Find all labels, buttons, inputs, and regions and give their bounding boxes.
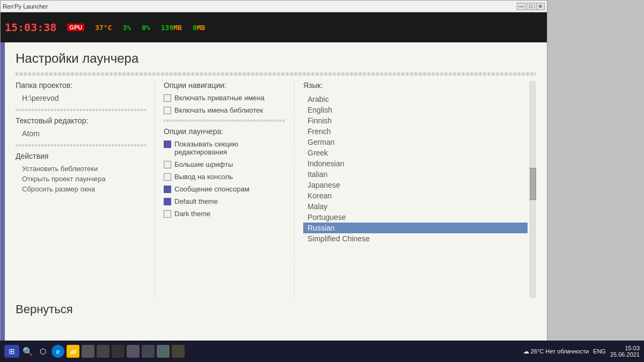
divider-2	[16, 144, 146, 146]
checkbox-show-edit[interactable]	[164, 141, 171, 148]
action-reset-size[interactable]: Сбросить размер окна	[22, 185, 146, 193]
maximize-button[interactable]: □	[526, 3, 535, 10]
action-open-project[interactable]: Открыть проект лаунчера	[22, 175, 146, 183]
page-title: Настройки лаунчера	[16, 51, 536, 66]
gpu-label: GPU	[67, 24, 84, 31]
close-button[interactable]: ✕	[536, 3, 545, 10]
taskbar-date: 25.06.2021	[610, 351, 640, 358]
actions-label: Действия	[16, 152, 146, 160]
right-column: Язык: Arabic English Finnish French Germ…	[295, 81, 536, 298]
taskbar-explorer[interactable]: 📁	[67, 345, 79, 358]
scrollbar-thumb[interactable]	[530, 168, 536, 200]
checkbox-label-private-names: Включать приватные имена	[174, 94, 265, 102]
editor-value: Atom	[22, 129, 146, 138]
lang-japanese[interactable]: Japanese	[303, 180, 528, 190]
gpu-mem-load: 0%	[142, 24, 150, 32]
nav-option-0[interactable]: Включать приватные имена	[164, 94, 286, 102]
checkbox-private-names[interactable]	[164, 94, 171, 102]
lang-finnish[interactable]: Finnish	[303, 115, 528, 126]
editor-label: Текстовый редактор:	[16, 116, 146, 125]
checkbox-label-show-edit: Показывать секцию редактирования	[174, 140, 286, 156]
checkbox-label-console-output: Вывод на консоль	[174, 173, 233, 181]
taskbar-left: ⊞ 🔍 ⬡ e 📁	[0, 345, 189, 358]
settings-columns: Папка проектов: H:\perevod Текстовый ред…	[16, 81, 536, 298]
back-link[interactable]: Вернуться	[16, 302, 536, 316]
lang-english[interactable]: English	[303, 105, 528, 115]
divider-1	[16, 109, 146, 111]
launcher-options-label: Опции лаунчера:	[164, 127, 286, 136]
taskbar-right: ☁ 26°C Нет облачности ENG 15:03 25.06.20…	[519, 345, 644, 358]
main-content: Настройки лаунчера Папка проектов: H:\pe…	[1, 42, 547, 341]
lang-french[interactable]: French	[303, 126, 528, 137]
launcher-option-1[interactable]: Большие шрифты	[164, 160, 286, 168]
window-controls: — □ ✕	[517, 3, 545, 10]
mid-column: Опции навигации: Включать приватные имен…	[155, 81, 295, 298]
taskbar-app2[interactable]	[97, 345, 109, 358]
checkbox-console-output[interactable]	[164, 173, 171, 181]
taskbar-edge[interactable]: e	[52, 345, 64, 358]
lang-malay[interactable]: Malay	[303, 201, 528, 212]
lang-russian[interactable]: Russian	[303, 223, 528, 233]
checkbox-sponsor-msg[interactable]	[164, 186, 171, 193]
launcher-option-2[interactable]: Вывод на консоль	[164, 173, 286, 181]
start-button[interactable]: ⊞	[4, 345, 19, 358]
lang-indonesian[interactable]: Indonesian	[303, 158, 528, 169]
nav-options-label: Опции навигации:	[164, 81, 286, 90]
minimize-button[interactable]: —	[517, 3, 525, 10]
checkbox-label-dark-theme: Dark theme	[174, 210, 210, 218]
checkbox-label-large-fonts: Большие шрифты	[174, 160, 233, 168]
checkbox-large-fonts[interactable]	[164, 161, 171, 168]
projects-section: Папка проектов: H:\perevod	[16, 81, 146, 102]
top-bar: 15:03:38 GPU 37°C 3% 0% 139MB 0MB	[1, 12, 547, 42]
window-title: Ren'Py Launcher	[3, 3, 48, 10]
checkbox-default-theme[interactable]	[164, 198, 171, 205]
lang-italian[interactable]: Italian	[303, 169, 528, 180]
taskbar-search[interactable]: 🔍	[21, 345, 34, 358]
taskbar-weather: ☁ 26°C Нет облачности	[523, 348, 589, 355]
checkbox-label-sponsor-msg: Сообщение спонсорам	[174, 185, 250, 193]
checkbox-label-default-theme: Default theme	[174, 197, 218, 205]
launcher-option-4[interactable]: Default theme	[164, 197, 286, 205]
main-window: Ren'Py Launcher — □ ✕ 15:03:38 GPU 37°C …	[0, 0, 547, 341]
scrollbar-track[interactable]	[530, 81, 536, 298]
top-divider	[16, 72, 536, 76]
launcher-option-3[interactable]: Сообщение спонсорам	[164, 185, 286, 193]
launcher-option-5[interactable]: Dark theme	[164, 210, 286, 218]
gpu-mem-used: 139MB	[161, 24, 182, 32]
taskbar-app4[interactable]	[127, 345, 140, 358]
lang-german[interactable]: German	[303, 137, 528, 147]
taskbar-clock: 15:03 25.06.2021	[610, 345, 640, 358]
projects-value: H:\perevod	[22, 94, 146, 102]
left-accent	[1, 42, 5, 341]
checkbox-label-lib-names: Включать имена библиотек	[174, 106, 263, 114]
editor-section: Текстовый редактор: Atom	[16, 116, 146, 138]
lang-label: Язык:	[303, 81, 528, 90]
taskbar-app7[interactable]	[172, 345, 185, 358]
taskbar-time: 15:03	[610, 345, 640, 351]
lang-korean[interactable]: Korean	[303, 190, 528, 201]
left-column: Папка проектов: H:\perevod Текстовый ред…	[16, 81, 155, 298]
lang-greek[interactable]: Greek	[303, 147, 528, 158]
taskbar: ⊞ 🔍 ⬡ e 📁 ☁ 26°C Нет облачности ENG 15:0…	[0, 341, 644, 362]
action-install-libs[interactable]: Установить библиотеки	[22, 165, 146, 173]
lang-arabic[interactable]: Arabic	[303, 94, 528, 105]
checkbox-lib-names[interactable]	[164, 107, 171, 114]
taskbar-lang: ENG	[593, 348, 606, 354]
lang-portuguese[interactable]: Portuguese	[303, 212, 528, 223]
taskbar-app1[interactable]	[82, 345, 94, 358]
nav-option-1[interactable]: Включать имена библиотек	[164, 106, 286, 114]
lang-simplified-chinese[interactable]: Simplified Chinese	[303, 233, 528, 244]
gpu-load: 3%	[122, 24, 131, 32]
launcher-option-0[interactable]: Показывать секцию редактирования	[164, 140, 286, 156]
gpu-stat5: 0MB	[193, 24, 205, 32]
content-area: Настройки лаунчера Папка проектов: H:\pe…	[5, 42, 547, 341]
taskbar-app6[interactable]	[157, 345, 170, 358]
taskbar-app5[interactable]	[142, 345, 155, 358]
taskbar-task-view[interactable]: ⬡	[36, 345, 49, 358]
title-bar: Ren'Py Launcher — □ ✕	[1, 1, 547, 12]
checkbox-dark-theme[interactable]	[164, 210, 171, 218]
taskbar-app3[interactable]	[112, 345, 125, 358]
mid-divider	[164, 120, 286, 122]
language-list-container: Язык: Arabic English Finnish French Germ…	[303, 81, 536, 244]
time-display: 15:03:38	[5, 21, 56, 34]
